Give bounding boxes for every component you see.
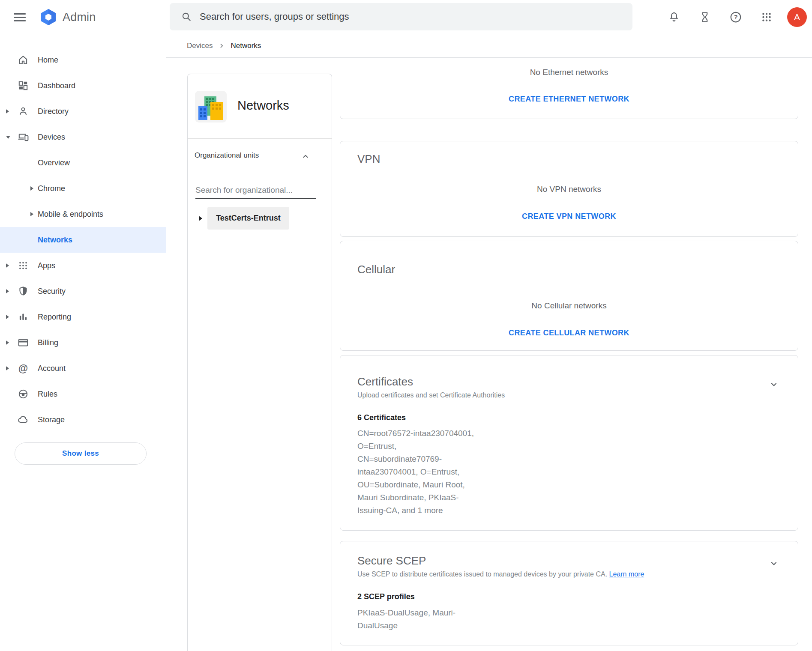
expand-arrow-icon[interactable]: [6, 366, 9, 370]
collapse-arrow-icon[interactable]: [6, 136, 10, 139]
secure-scep-card: Secure SCEP Use SCEP to distribute certi…: [340, 541, 798, 645]
sidebar-item-directory[interactable]: Directory: [0, 99, 166, 124]
certificates-list: CN=root76572-intaa230704001, O=Entrust, …: [357, 427, 474, 517]
account-avatar[interactable]: A: [787, 7, 807, 27]
cellular-card: Cellular No Cellular networks CREATE CEL…: [340, 241, 798, 351]
cellular-card-title: Cellular: [357, 263, 395, 276]
vpn-card: VPN No VPN networks CREATE VPN NETWORK: [340, 141, 798, 237]
certificate-line: CN=subordinate70769-: [357, 453, 474, 466]
sidebar-item-mobile-endpoints[interactable]: Mobile & endpoints: [0, 201, 166, 227]
certificates-card-subtitle: Upload certificates and set Certificate …: [357, 391, 505, 399]
show-less-button[interactable]: Show less: [15, 442, 147, 465]
certificates-card-title: Certificates: [357, 375, 413, 388]
sidebar-item-dashboard[interactable]: Dashboard: [0, 73, 166, 99]
notifications-button[interactable]: [664, 7, 684, 27]
learn-more-link[interactable]: Learn more: [609, 570, 644, 578]
breadcrumb-devices-link[interactable]: Devices: [187, 42, 213, 50]
hourglass-icon: [699, 11, 711, 23]
vpn-empty-text: No VPN networks: [340, 185, 798, 194]
sidebar-item-chrome[interactable]: Chrome: [0, 176, 166, 201]
global-search[interactable]: [170, 3, 632, 30]
scep-profile-line: PKIaaS-DualUsage, Mauri-: [357, 606, 455, 619]
breadcrumb-current: Networks: [231, 42, 261, 50]
app-title: Admin: [63, 11, 96, 24]
certificates-expand-button[interactable]: [765, 376, 782, 393]
certificate-line: intaa230704001, O=Entrust,: [357, 466, 474, 478]
scep-card-subtitle: Use SCEP to distribute certificates issu…: [357, 570, 644, 578]
sidebar-item-home[interactable]: Home: [0, 47, 166, 73]
certificate-line: OU=Subordinate, Mauri Root,: [357, 478, 474, 491]
sidebar-item-storage[interactable]: Storage: [0, 407, 166, 433]
person-icon: [17, 105, 29, 117]
scep-expand-button[interactable]: [765, 555, 782, 572]
apps-grid-icon: [761, 12, 772, 23]
apps-launcher-button[interactable]: [756, 7, 777, 27]
certificates-count: 6 Certificates: [357, 413, 406, 422]
expand-arrow-icon[interactable]: [6, 289, 9, 293]
sidebar-item-security[interactable]: Security: [0, 278, 166, 304]
scep-card-title: Secure SCEP: [357, 554, 426, 567]
main-content: Devices Networks: [166, 34, 812, 651]
sidebar-item-billing[interactable]: Billing: [0, 330, 166, 355]
tasks-button[interactable]: [695, 7, 715, 27]
home-icon: [17, 54, 29, 66]
create-cellular-network-button[interactable]: CREATE CELLULAR NETWORK: [340, 328, 798, 337]
scep-profiles-list: PKIaaS-DualUsage, Mauri- DualUsage: [357, 606, 455, 632]
networks-panel-header: Networks: [188, 74, 332, 139]
cellular-empty-text: No Cellular networks: [340, 301, 798, 311]
org-unit-row[interactable]: TestCerts-Entrust: [199, 207, 289, 230]
panel-title: Networks: [237, 99, 289, 113]
org-units-section-header: Organizational units: [188, 139, 332, 176]
networks-buildings-icon: [195, 91, 227, 122]
help-button[interactable]: ?: [725, 7, 746, 27]
apps-dots-icon: [17, 260, 29, 272]
expand-arrow-icon[interactable]: [6, 263, 9, 268]
global-search-input[interactable]: [200, 11, 585, 22]
devices-icon: [17, 131, 29, 143]
hamburger-menu-icon[interactable]: [14, 11, 27, 22]
svg-text:?: ?: [734, 13, 737, 21]
expand-arrow-icon[interactable]: [30, 212, 33, 216]
expand-arrow-icon[interactable]: [6, 340, 9, 345]
scep-profile-line: DualUsage: [357, 619, 455, 632]
at-sign-icon: @: [17, 362, 29, 374]
org-unit-name: TestCerts-Entrust: [207, 207, 289, 230]
ethernet-empty-text: No Ethernet networks: [340, 68, 798, 77]
credit-card-icon: [17, 337, 29, 349]
scep-profiles-count: 2 SCEP profiles: [357, 592, 415, 601]
dashboard-icon: [17, 80, 29, 92]
sidebar-item-reporting[interactable]: Reporting: [0, 304, 166, 330]
steering-wheel-icon: [17, 388, 29, 400]
expand-arrow-icon[interactable]: [199, 216, 202, 221]
bar-chart-icon: [17, 311, 29, 323]
expand-arrow-icon[interactable]: [6, 109, 9, 113]
admin-console: Admin ? A Home: [0, 0, 812, 651]
certificate-line: Mauri Subordinate, PKIaaS-: [357, 491, 474, 504]
create-vpn-network-button[interactable]: CREATE VPN NETWORK: [340, 212, 798, 221]
admin-hexagon-logo-icon: [39, 9, 57, 26]
sidebar-item-overview[interactable]: Overview: [0, 150, 166, 176]
bell-icon: [668, 11, 680, 23]
sidebar-item-account[interactable]: @ Account: [0, 355, 166, 381]
topbar: Admin ? A: [0, 0, 812, 34]
shield-icon: [17, 285, 29, 297]
chevron-right-icon: [219, 43, 225, 49]
expand-arrow-icon[interactable]: [30, 186, 33, 191]
collapse-section-button[interactable]: [298, 149, 313, 164]
chevron-down-icon: [769, 379, 779, 390]
sidebar-item-networks[interactable]: Networks: [0, 227, 166, 253]
vpn-card-title: VPN: [357, 152, 380, 166]
org-search-input[interactable]: [195, 184, 316, 199]
breadcrumb: Devices Networks: [166, 34, 812, 58]
app-logo: Admin: [39, 9, 96, 26]
certificate-line: CN=root76572-intaa230704001,: [357, 427, 474, 440]
sidebar-item-rules[interactable]: Rules: [0, 381, 166, 407]
sidebar-item-devices[interactable]: Devices: [0, 124, 166, 150]
expand-arrow-icon[interactable]: [6, 315, 9, 319]
cloud-icon: [17, 414, 29, 426]
sidebar-nav: Home Dashboard Directory Devices Overvie…: [0, 34, 166, 651]
search-icon: [181, 11, 192, 22]
sidebar-item-apps[interactable]: Apps: [0, 253, 166, 278]
certificate-line: O=Entrust,: [357, 440, 474, 453]
create-ethernet-network-button[interactable]: CREATE ETHERNET NETWORK: [340, 95, 798, 104]
